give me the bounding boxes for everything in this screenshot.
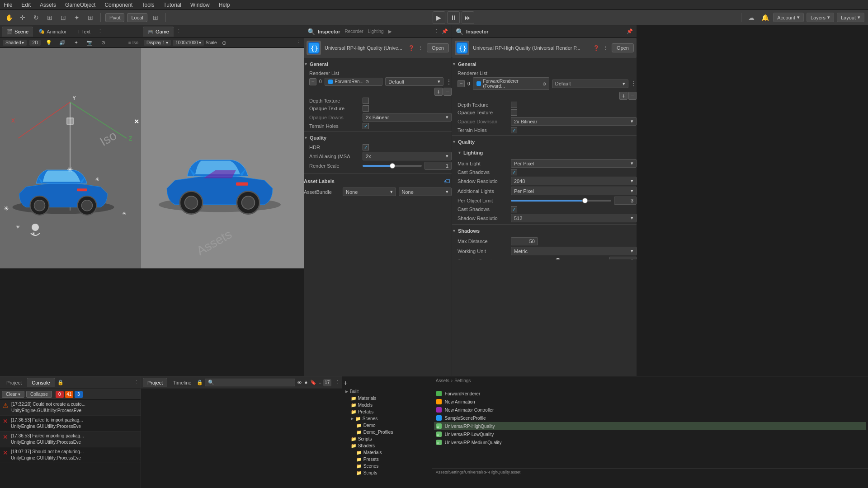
left-terrain-holes-checkbox[interactable] — [363, 123, 369, 129]
left-quality-section[interactable]: ▼ Quality — [304, 133, 452, 142]
tree-scenes-2[interactable]: 📁 Scenes — [344, 463, 430, 469]
right-add-renderer-button[interactable]: + — [619, 92, 627, 100]
tree-presets[interactable]: 📁 Presets — [344, 456, 430, 463]
right-per-object-thumb[interactable] — [582, 198, 588, 203]
tree-prefabs[interactable]: 📁 Prefabs — [344, 408, 430, 415]
layout-dropdown[interactable]: Layout ▾ — [837, 13, 864, 22]
project-more-icon[interactable]: ⋮ — [335, 380, 340, 385]
tree-scripts-2[interactable]: 📁 Scripts — [344, 469, 430, 476]
eye-icon[interactable]: 👁 — [297, 380, 302, 385]
tab-project-main[interactable]: Project — [143, 378, 167, 387]
move-tool-icon[interactable]: ✛ — [17, 12, 28, 23]
tab-game[interactable]: 🎮 Game — [143, 27, 174, 37]
right-open-button[interactable]: Open — [612, 43, 634, 52]
tab-project[interactable]: Project — [2, 378, 26, 387]
left-tag-icon[interactable]: 🏷 — [443, 177, 452, 186]
custom-tool-icon[interactable]: ⊞ — [85, 12, 96, 23]
left-render-scale-slider[interactable] — [363, 165, 422, 167]
tree-demo[interactable]: 📁 Demo — [344, 422, 430, 429]
asset-item-5[interactable]: U UniversalRP-LowQuality — [434, 430, 866, 438]
right-quality-section[interactable]: ▼ Quality — [452, 137, 637, 146]
left-open-button[interactable]: Open — [427, 43, 449, 52]
console-msg-1[interactable]: ✕ [17:36:53] Failed to import packag... … — [0, 416, 141, 432]
menu-component[interactable]: Component — [103, 1, 134, 9]
left-opaque-down-dropdown[interactable]: 2x Bilinear ▾ — [363, 113, 452, 122]
lighting-tab[interactable]: Lighting — [368, 29, 384, 34]
tree-materials-2[interactable]: 📁 Materials — [344, 449, 430, 456]
right-opaque-texture-checkbox[interactable] — [511, 109, 517, 116]
layers-dropdown[interactable]: Layers ▾ — [807, 13, 834, 22]
list-icon[interactable]: ≡ — [318, 380, 321, 385]
left-renderer-field[interactable]: ForwardRen... ⊙ — [325, 78, 383, 86]
transform-tool-icon[interactable]: ✦ — [71, 12, 82, 23]
right-per-object-value[interactable] — [614, 197, 637, 205]
right-additional-lights-dropdown[interactable]: Per Pixel ▾ — [511, 187, 637, 195]
step-button[interactable]: ⏭ — [462, 11, 474, 24]
console-msg-0[interactable]: ⚠ [17:32:20] Could not create a custo...… — [0, 400, 141, 416]
fx-icon[interactable]: ✦ — [71, 38, 81, 48]
2d-button[interactable]: 2D — [29, 40, 41, 46]
clear-button[interactable]: Clear ▾ — [2, 391, 24, 398]
right-renderer-minus[interactable]: − — [458, 80, 465, 87]
audio-scene-icon[interactable]: 🔊 — [57, 38, 68, 48]
right-main-light-dropdown[interactable]: Per Pixel ▾ — [511, 159, 637, 168]
right-shadow-res2-dropdown[interactable]: 512 ▾ — [511, 214, 637, 222]
right-general-section[interactable]: ▼ General — [452, 60, 637, 69]
local-button[interactable]: Local — [127, 13, 147, 22]
gizmo-icon[interactable]: ⊙ — [98, 38, 108, 48]
right-renderer-field[interactable]: ForwardRenderer (Forward... ⊙ — [473, 77, 549, 90]
right-depth-texture-checkbox[interactable] — [511, 102, 517, 108]
game-more-btn[interactable]: ⋮ — [296, 40, 301, 46]
bookmark-icon[interactable]: 🔖 — [310, 380, 316, 385]
menu-edit[interactable]: Edit — [19, 1, 33, 9]
menu-help[interactable]: Help — [217, 1, 232, 9]
left-general-section[interactable]: ▼ General — [304, 60, 452, 69]
grid-icon[interactable]: ⊞ — [150, 12, 161, 23]
tab-console[interactable]: Console — [27, 378, 54, 387]
left-asset-bundle-tag-dropdown[interactable]: None ▾ — [399, 188, 452, 196]
tree-add-button[interactable]: + — [344, 378, 430, 388]
asset-item-1[interactable]: New Animation — [434, 398, 866, 406]
light-scene-icon[interactable]: 💡 — [43, 38, 54, 48]
right-shadows-section[interactable]: ▼ Shadows — [452, 226, 637, 235]
tree-materials[interactable]: 📁 Materials — [344, 395, 430, 402]
console-msg-3[interactable]: ✕ [18:07:37] Should not be capturing... … — [0, 447, 141, 463]
left-render-scale-thumb[interactable] — [390, 163, 395, 169]
scene-more-icon[interactable]: ⋮ — [98, 28, 103, 34]
project-search-bar[interactable]: 🔍 — [205, 379, 295, 386]
left-renderer-default-dropdown[interactable]: Default ▾ — [385, 77, 443, 86]
left-depth-texture-checkbox[interactable] — [363, 98, 369, 104]
right-renderer-target-icon[interactable]: ⊙ — [542, 81, 546, 86]
console-more-icon[interactable]: ⋮ — [134, 380, 139, 385]
left-renderer-minus[interactable]: − — [309, 78, 316, 85]
display-dropdown[interactable]: Display 1 ▾ — [144, 40, 171, 46]
tree-built[interactable]: ▶ Built — [344, 388, 430, 395]
right-shadow-res-dropdown[interactable]: 2048 ▾ — [511, 177, 637, 185]
menu-gameobject[interactable]: GameObject — [63, 1, 97, 9]
right-insp-more[interactable]: 📌 — [627, 28, 633, 34]
breadcrumb-settings[interactable]: Settings — [454, 378, 471, 383]
tab-animator[interactable]: 🎭 Animator — [34, 27, 71, 36]
tree-demo-profiles[interactable]: 📁 Demo_Profiles — [344, 429, 430, 436]
right-terrain-holes-checkbox[interactable] — [511, 127, 517, 133]
tree-scripts[interactable]: 📁 Scripts — [344, 436, 430, 442]
left-remove-renderer-button[interactable]: − — [443, 88, 452, 96]
rotate-tool-icon[interactable]: ↻ — [31, 12, 42, 23]
menu-window[interactable]: Window — [189, 1, 212, 9]
right-opaque-down-dropdown[interactable]: 2x Bilinear ▾ — [511, 117, 637, 126]
asset-item-6[interactable]: U UniversalRP-MediumQuality — [434, 438, 866, 446]
console-msg-2[interactable]: ✕ [17:36:53] Failed importing packag... … — [0, 432, 141, 447]
play-button[interactable]: ▶ — [433, 11, 445, 24]
star-icon[interactable]: ★ — [304, 380, 308, 385]
left-opaque-texture-checkbox[interactable] — [363, 105, 369, 112]
right-max-distance-value[interactable]: 50 — [511, 237, 538, 245]
asset-item-2[interactable]: New Animator Controller — [434, 406, 866, 414]
tree-shaders[interactable]: 📁 Shaders — [344, 442, 430, 449]
tab-scene[interactable]: 🎬 Scene — [2, 27, 33, 37]
left-add-renderer-button[interactable]: + — [434, 88, 443, 96]
right-remove-renderer-button[interactable]: − — [628, 92, 637, 100]
scene-cam-icon[interactable]: 📷 — [84, 38, 95, 48]
left-asset-bundle-dropdown[interactable]: None ▾ — [343, 188, 396, 196]
hand-tool-icon[interactable]: ✋ — [4, 12, 14, 23]
left-renderer-menu-icon[interactable]: ⋮ — [446, 79, 452, 85]
